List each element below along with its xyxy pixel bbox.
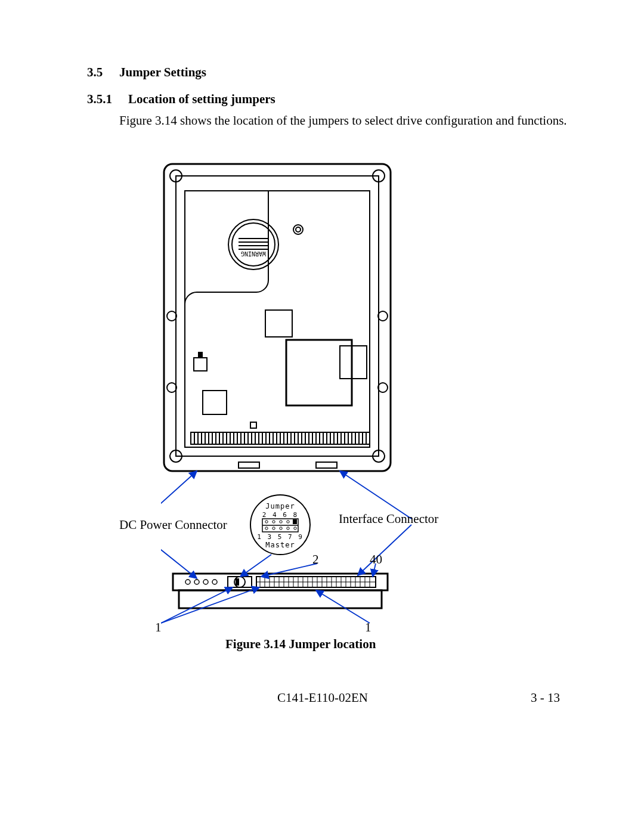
svg-line-131 [161,531,197,578]
svg-rect-75 [239,462,259,468]
svg-text:WARNING: WARNING [241,250,266,257]
svg-rect-77 [250,422,256,428]
svg-point-7 [378,311,388,321]
svg-point-8 [167,383,177,392]
label-interface: Interface Connector [339,512,438,527]
svg-rect-101 [228,577,252,587]
subsection-number: 3.5.1 [87,92,112,107]
svg-point-18 [296,227,301,232]
drive-side-view [173,574,388,608]
svg-text:2 4 6 8: 2 4 6 8 [262,511,298,519]
paragraph-text: Figure 3.14 shows the location of the ju… [119,113,572,128]
svg-line-130 [161,471,197,525]
drive-diagram-svg: WARNING [161,161,477,638]
figure-container: WARNING [161,161,477,638]
svg-point-17 [293,225,303,234]
svg-rect-87 [293,519,297,524]
svg-rect-103 [236,578,239,586]
footer-doc-id: C141-E110-02EN [277,690,368,705]
label-pin-1-left: 1 [155,620,162,635]
svg-rect-19 [286,340,352,405]
svg-rect-22 [340,346,367,379]
svg-point-9 [378,383,388,392]
svg-text:Jumper: Jumper [265,502,295,510]
jumper-callout: Jumper 2 4 6 8 1 3 5 7 9 Master [250,495,310,555]
svg-rect-0 [164,164,391,471]
svg-text:Master: Master [265,541,295,549]
svg-point-98 [194,580,199,584]
svg-line-139 [316,590,370,623]
svg-line-133 [358,525,411,575]
section-number: 3.5 [87,65,103,80]
figure-caption: Figure 3.14 Jumper location [225,637,376,652]
svg-rect-20 [265,310,292,337]
svg-point-6 [167,311,177,321]
svg-line-137 [161,587,233,623]
svg-point-10 [228,219,278,270]
label-dc-power: DC Power Connector [119,518,227,532]
footer-page-number: 3 - 13 [531,690,560,705]
svg-rect-76 [316,462,337,468]
drive-top-view: WARNING [164,164,391,471]
svg-point-100 [212,580,217,584]
page-root: 3.5 Jumper Settings 3.5.1 Location of se… [0,0,644,833]
svg-rect-23 [194,358,207,371]
subsection-title: Location of setting jumpers [128,92,275,107]
svg-line-135 [261,563,317,577]
svg-point-97 [185,580,190,584]
svg-text:1 3 5 7 9: 1 3 5 7 9 [257,533,304,541]
svg-rect-21 [203,391,227,414]
svg-rect-24 [198,352,203,358]
label-pin-2: 2 [312,552,319,567]
svg-line-138 [161,587,259,623]
svg-point-99 [203,580,208,584]
label-pin-40: 40 [370,552,382,567]
section-title: Jumper Settings [119,65,206,80]
label-pin-1-right: 1 [365,620,371,635]
